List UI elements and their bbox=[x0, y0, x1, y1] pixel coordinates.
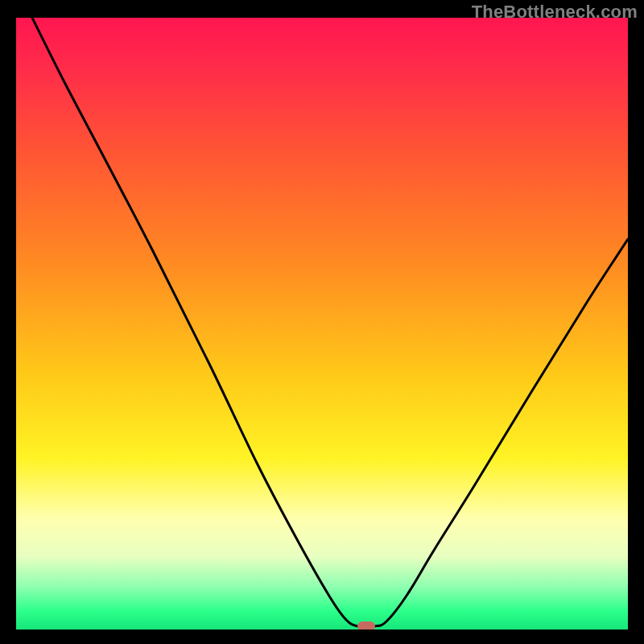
bottleneck-curve bbox=[32, 18, 628, 627]
plot-area bbox=[16, 18, 628, 630]
optimal-point-marker bbox=[357, 621, 375, 630]
curve-layer bbox=[16, 18, 628, 630]
chart-frame: TheBottleneck.com bbox=[0, 0, 644, 644]
